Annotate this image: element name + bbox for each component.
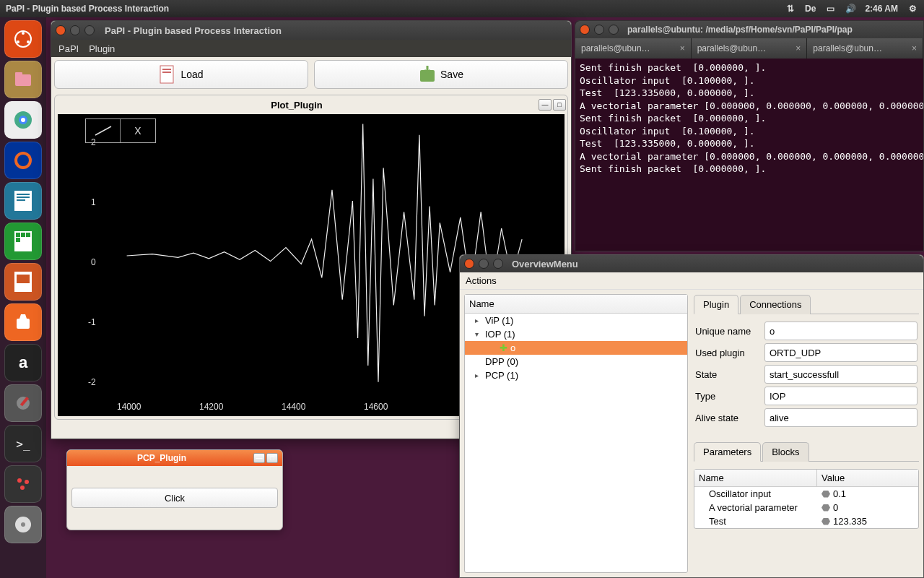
amazon-icon[interactable]: a (4, 344, 42, 381)
close-icon[interactable] (56, 25, 66, 35)
input-alive[interactable] (764, 408, 918, 427)
tab-close-icon[interactable]: × (796, 43, 801, 53)
svg-rect-14 (17, 199, 25, 201)
tree-item-iop[interactable]: ▾IOP (1) (465, 327, 687, 341)
chevron-right-icon: ▸ (475, 316, 482, 324)
tab-plugin[interactable]: Plugin (694, 295, 738, 314)
pcp-minimize-icon[interactable]: — (253, 453, 265, 463)
input-state[interactable] (764, 365, 918, 384)
gear-icon[interactable]: ⚙ (907, 3, 918, 14)
files-icon[interactable] (4, 61, 42, 98)
app-icon[interactable] (4, 465, 42, 503)
parameter-table: Name Value Oscillator input0.1A vectoria… (694, 469, 919, 529)
battery-icon[interactable]: ▭ (824, 3, 836, 14)
minimize-icon[interactable] (70, 25, 80, 35)
tree-header-name[interactable]: Name (465, 295, 687, 314)
tab-parameters[interactable]: Parameters (694, 442, 761, 462)
network-icon[interactable]: ⇅ (785, 3, 796, 14)
svg-rect-16 (16, 233, 20, 237)
param-col-name[interactable]: Name (694, 470, 817, 486)
terminal-tabs: parallels@ubun…× parallels@ubun…× parall… (575, 38, 923, 59)
terminal-titlebar[interactable]: parallels@ubuntu: /media/psf/Home/svn/Pa… (575, 21, 923, 38)
tab-connections[interactable]: Connections (740, 295, 811, 314)
maximize-icon[interactable] (609, 25, 619, 35)
pcp-maximize-icon[interactable]: □ (266, 453, 278, 463)
svg-rect-5 (15, 72, 22, 77)
stop-icon (821, 504, 830, 512)
pcp-titlebar[interactable]: PCP_Plugin — □ (67, 450, 282, 466)
clock[interactable]: 2:46 AM (865, 4, 898, 14)
settings-icon[interactable] (4, 384, 42, 422)
tree-item-pcp[interactable]: ▸PCP (1) (465, 368, 687, 382)
close-icon[interactable] (580, 25, 590, 35)
param-row[interactable]: A vectorial parameter0 (694, 501, 918, 514)
svg-point-29 (21, 522, 25, 527)
tab-close-icon[interactable]: × (912, 43, 917, 53)
impress-icon[interactable] (4, 263, 42, 301)
save-icon (419, 64, 436, 85)
dash-icon[interactable] (4, 20, 42, 58)
chevron-right-icon: ▸ (475, 371, 482, 379)
software-center-icon[interactable] (4, 303, 42, 341)
param-row[interactable]: Test123.335 (694, 514, 918, 528)
writer-icon[interactable] (4, 182, 42, 220)
overview-window: OverviewMenu Actions Name ▸ViP (1) ▾IOP … (459, 254, 924, 578)
volume-icon[interactable]: 🔊 (845, 3, 856, 14)
svg-point-3 (27, 40, 30, 43)
svg-rect-32 (162, 72, 171, 73)
keyboard-lang[interactable]: De (805, 4, 816, 14)
input-unique-name[interactable] (764, 322, 918, 340)
pcp-click-button[interactable]: Click (71, 488, 278, 508)
minimize-icon[interactable] (479, 259, 489, 269)
y-tick: -1 (88, 317, 96, 327)
input-used-plugin[interactable] (764, 343, 918, 362)
param-col-value[interactable]: Value (817, 470, 918, 486)
tree-item-dpp[interactable]: DPP (0) (465, 355, 687, 368)
label-used-plugin: Used plugin (695, 348, 764, 358)
tree-item-o[interactable]: ✚ o (465, 341, 687, 355)
svg-rect-21 (17, 275, 30, 283)
stop-icon (821, 518, 830, 525)
y-tick: 1 (91, 197, 96, 207)
chrome-icon[interactable] (4, 101, 42, 139)
svg-point-1 (22, 32, 25, 35)
terminal-tab[interactable]: parallels@ubun…× (807, 38, 923, 59)
param-row[interactable]: Oscillator input0.1 (694, 487, 918, 501)
maximize-icon[interactable] (493, 259, 503, 269)
label-unique-name: Unique name (695, 326, 764, 337)
overview-titlebar[interactable]: OverviewMenu (460, 255, 923, 272)
label-alive: Alive state (695, 413, 764, 423)
svg-point-27 (20, 486, 25, 490)
plot-maximize-icon[interactable]: □ (553, 99, 566, 111)
close-icon[interactable] (464, 259, 474, 269)
tab-blocks[interactable]: Blocks (762, 442, 808, 462)
terminal-output[interactable]: Sent finish packet [0.000000, ]. Oscilla… (575, 59, 923, 178)
system-topbar: PaPI - Plugin based Process Interaction … (0, 0, 924, 17)
terminal-tab[interactable]: parallels@ubun…× (692, 38, 808, 59)
disk-icon[interactable] (4, 506, 42, 543)
papi-titlebar[interactable]: PaPI - Plugin based Process Interaction (51, 21, 571, 40)
plus-icon: ✚ (500, 342, 507, 353)
calc-icon[interactable] (4, 223, 42, 260)
papi-menubar: PaPI Plugin (51, 40, 571, 57)
terminal-tab[interactable]: parallels@ubun…× (575, 38, 692, 59)
tree-item-vip[interactable]: ▸ViP (1) (465, 314, 687, 327)
x-tick: 14400 (282, 402, 305, 412)
terminal-icon[interactable]: >_ (4, 425, 42, 462)
menu-papi[interactable]: PaPI (58, 43, 79, 54)
menu-actions[interactable]: Actions (466, 275, 497, 286)
stop-icon (821, 491, 830, 498)
input-type[interactable] (764, 387, 918, 405)
svg-rect-22 (17, 319, 30, 329)
menu-plugin[interactable]: Plugin (89, 43, 115, 54)
tab-close-icon[interactable]: × (680, 43, 685, 53)
save-button[interactable]: Save (314, 60, 568, 89)
maximize-icon[interactable] (84, 25, 95, 35)
plot-minimize-icon[interactable]: — (539, 99, 552, 111)
load-button[interactable]: Load (54, 60, 308, 89)
pcp-plugin-window: PCP_Plugin — □ Click (66, 449, 283, 530)
papi-title-text: PaPI - Plugin based Process Interaction (105, 25, 282, 36)
window-title: PaPI - Plugin based Process Interaction (6, 4, 785, 14)
firefox-icon[interactable] (4, 142, 42, 179)
minimize-icon[interactable] (594, 25, 604, 35)
